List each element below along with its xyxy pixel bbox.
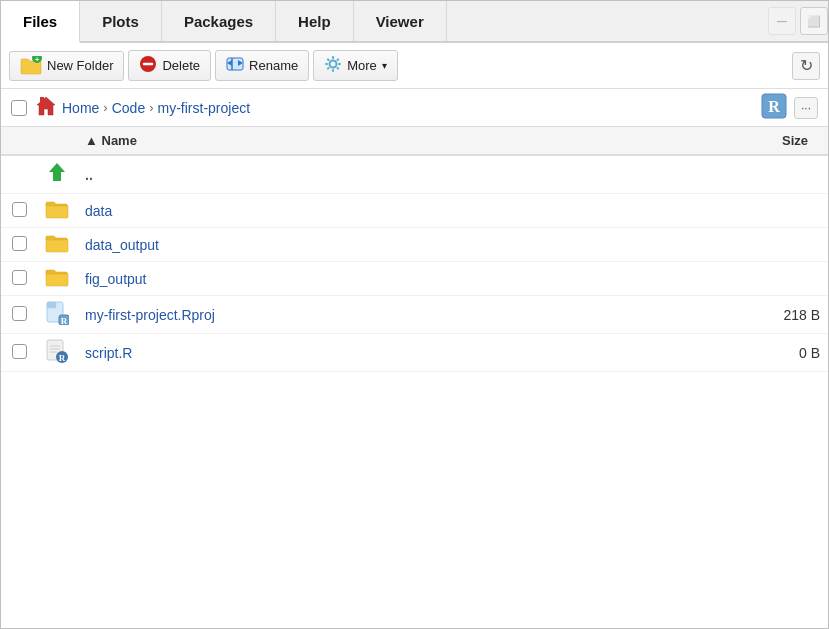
col-check	[1, 127, 37, 155]
svg-point-7	[330, 61, 337, 68]
folder-icon	[45, 199, 69, 219]
new-folder-label: New Folder	[47, 58, 113, 73]
file-table-container: ▲ Name Size .. data data_output fig_outp…	[1, 127, 828, 372]
breadcrumb-bar: Home › Code › my-first-project R ···	[1, 89, 828, 127]
table-row[interactable]: R my-first-project.Rproj218 B	[1, 296, 828, 334]
file-size: 0 B	[625, 334, 828, 372]
refresh-button[interactable]: ↻	[792, 52, 820, 80]
rproj-icon[interactable]: R	[760, 92, 788, 123]
file-name[interactable]: data	[77, 194, 625, 228]
new-folder-icon: +	[20, 56, 42, 76]
table-row[interactable]: R script.R0 B	[1, 334, 828, 372]
table-row[interactable]: data	[1, 194, 828, 228]
file-checkbox[interactable]	[12, 202, 27, 217]
select-all-checkbox[interactable]	[11, 100, 27, 116]
table-header-row: ▲ Name Size	[1, 127, 828, 155]
toolbar-right-area: ↻	[792, 52, 820, 80]
file-type-icon: R	[37, 334, 77, 372]
rename-label: Rename	[249, 58, 298, 73]
svg-rect-12	[327, 58, 331, 62]
file-name[interactable]: data_output	[77, 228, 625, 262]
tab-viewer[interactable]: Viewer	[354, 1, 447, 41]
more-dropdown-icon: ▾	[382, 60, 387, 71]
svg-rect-10	[325, 63, 328, 65]
tab-packages[interactable]: Packages	[162, 1, 276, 41]
file-name[interactable]: script.R	[77, 334, 625, 372]
file-size	[625, 155, 828, 194]
file-table: ▲ Name Size .. data data_output fig_outp…	[1, 127, 828, 372]
svg-rect-8	[332, 56, 334, 59]
svg-marker-20	[49, 163, 65, 181]
file-size	[625, 194, 828, 228]
delete-icon	[139, 55, 157, 76]
svg-rect-22	[47, 302, 56, 308]
folder-icon	[45, 233, 69, 253]
breadcrumb-more-button[interactable]: ···	[794, 97, 818, 119]
svg-text:R: R	[768, 98, 780, 115]
svg-rect-9	[332, 69, 334, 72]
file-name[interactable]: my-first-project.Rproj	[77, 296, 625, 334]
rename-icon	[226, 55, 244, 76]
file-type-icon: R	[37, 296, 77, 334]
svg-rect-14	[327, 67, 331, 71]
more-label: More	[347, 58, 377, 73]
home-icon[interactable]	[35, 95, 57, 120]
toolbar: + New Folder Delete Rename	[1, 43, 828, 89]
file-size	[625, 228, 828, 262]
window-controls: — ⬜	[768, 1, 828, 41]
tab-help[interactable]: Help	[276, 1, 354, 41]
col-icon	[37, 127, 77, 155]
minimize-button[interactable]: —	[768, 7, 796, 35]
tab-bar: Files Plots Packages Help Viewer — ⬜	[1, 1, 828, 43]
file-size: 218 B	[625, 296, 828, 334]
tab-files[interactable]: Files	[1, 1, 80, 43]
breadcrumb-home[interactable]: Home	[62, 100, 99, 116]
rproj-file-icon: R	[45, 301, 69, 325]
breadcrumb-current: my-first-project	[158, 100, 251, 116]
svg-text:+: +	[35, 56, 40, 64]
file-checkbox[interactable]	[12, 344, 27, 359]
rename-button[interactable]: Rename	[215, 50, 309, 81]
maximize-button[interactable]: ⬜	[800, 7, 828, 35]
tab-plots[interactable]: Plots	[80, 1, 162, 41]
delete-button[interactable]: Delete	[128, 50, 211, 81]
file-name[interactable]: fig_output	[77, 262, 625, 296]
file-checkbox[interactable]	[12, 270, 27, 285]
file-checkbox[interactable]	[12, 236, 27, 251]
svg-rect-15	[336, 67, 340, 71]
file-type-icon	[37, 228, 77, 262]
file-type-icon	[37, 155, 77, 194]
up-arrow-icon	[46, 161, 68, 185]
delete-label: Delete	[162, 58, 200, 73]
col-size-header: Size	[625, 127, 828, 155]
svg-marker-16	[37, 97, 55, 115]
file-name[interactable]: ..	[77, 155, 625, 194]
breadcrumb-sep-1: ›	[103, 100, 107, 115]
gear-icon	[324, 55, 342, 76]
breadcrumb-code[interactable]: Code	[112, 100, 145, 116]
new-folder-button[interactable]: + New Folder	[9, 51, 124, 81]
table-row[interactable]: fig_output	[1, 262, 828, 296]
svg-rect-13	[336, 58, 340, 62]
svg-rect-17	[40, 97, 44, 102]
file-checkbox[interactable]	[12, 306, 27, 321]
r-file-icon: R	[45, 339, 69, 363]
file-type-icon	[37, 262, 77, 296]
more-button[interactable]: More ▾	[313, 50, 398, 81]
table-row[interactable]: ..	[1, 155, 828, 194]
folder-icon: +	[20, 56, 42, 76]
file-type-icon	[37, 194, 77, 228]
svg-text:R: R	[61, 316, 68, 325]
col-name-header[interactable]: ▲ Name	[77, 127, 625, 155]
breadcrumb-sep-2: ›	[149, 100, 153, 115]
file-size	[625, 262, 828, 296]
folder-icon	[45, 267, 69, 287]
table-row[interactable]: data_output	[1, 228, 828, 262]
svg-rect-11	[338, 63, 341, 65]
svg-text:R: R	[59, 353, 66, 363]
